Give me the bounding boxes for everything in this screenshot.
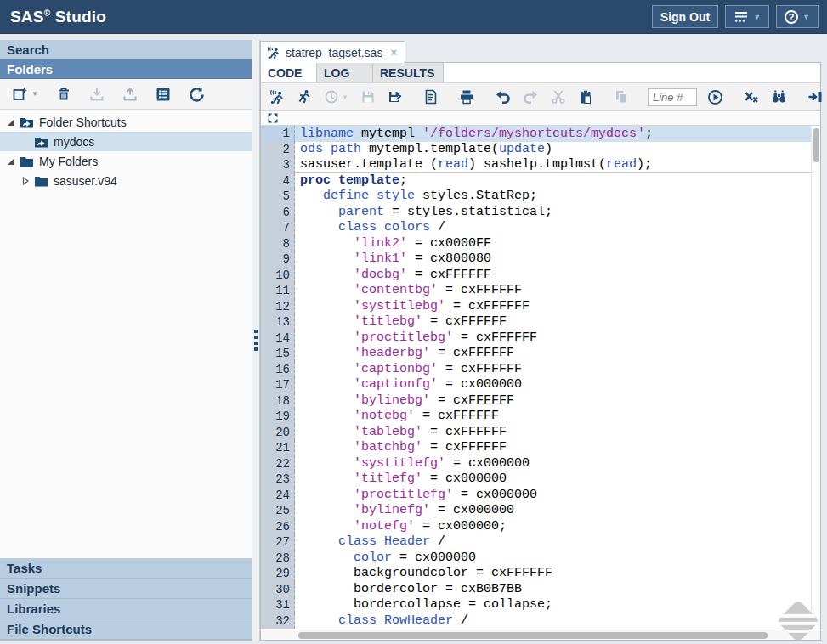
code-line[interactable]: 3sasuser.template (read) sashelp.tmplmst… <box>261 157 820 173</box>
code-line[interactable]: 13 'titlebg' = cxFFFFFF <box>261 314 820 330</box>
cut-button[interactable] <box>549 88 568 106</box>
sidebar-splitter[interactable] <box>252 40 260 641</box>
tab-results[interactable]: RESULTS <box>373 63 444 82</box>
tree-item-label: sasuser.v94 <box>54 174 117 188</box>
code-line[interactable]: 17 'captionfg' = cx000000 <box>261 377 820 393</box>
help-menu-button[interactable]: ?▼ <box>776 5 819 28</box>
upload-button[interactable] <box>121 85 139 104</box>
code-line[interactable]: 20 'tablebg' = cxFFFFFF <box>261 425 820 441</box>
code-line[interactable]: 31 bordercollapse = collapse; <box>261 597 820 613</box>
tree-item-my-folders[interactable]: My Folders <box>0 151 252 171</box>
vertical-scrollbar[interactable] <box>811 126 820 630</box>
redo-button[interactable] <box>521 88 541 106</box>
submission-history-button[interactable]: ▼ <box>322 88 350 106</box>
code-text: 'titlefg' = cx000000 <box>295 472 820 488</box>
tasks-section-header[interactable]: Tasks <box>0 558 252 579</box>
download-button[interactable] <box>88 85 106 104</box>
tree-item-mydocs[interactable]: mydocs <box>0 132 252 151</box>
application-menu-button[interactable]: ▼ <box>725 5 769 28</box>
new-item-button[interactable]: ▼ <box>11 85 40 104</box>
folder-icon <box>20 155 34 167</box>
code-line[interactable]: 14 'proctitlebg' = cxFFFFFF <box>261 330 820 347</box>
code-text: 'bylinebg' = cxFFFFFF <box>295 393 820 410</box>
code-line[interactable]: 5 define style styles.StatRep; <box>261 189 820 205</box>
expand-editor-button[interactable] <box>267 112 279 124</box>
save-button[interactable] <box>359 88 377 106</box>
search-section-header[interactable]: Search <box>0 40 252 59</box>
code-line[interactable]: 32 class RowHeader / <box>261 613 820 630</box>
code-text: ods path mytempl.template(update) <box>295 142 820 158</box>
line-number: 29 <box>261 566 295 582</box>
libraries-section-header[interactable]: Libraries <box>0 599 252 619</box>
code-line[interactable]: 21 'batchbg' = cxFFFFFF <box>261 440 820 456</box>
clear-code-button[interactable] <box>742 88 761 106</box>
code-line[interactable]: 4proc template; <box>261 173 820 189</box>
line-number: 27 <box>261 534 295 551</box>
code-line[interactable]: 25 'bylinefg' = cx000000 <box>261 503 820 519</box>
refresh-button[interactable] <box>187 85 206 104</box>
code-line[interactable]: 1libname mytempl '/folders/myshortcuts/m… <box>261 126 820 142</box>
code-line[interactable]: 2ods path mytempl.template(update) <box>261 142 820 158</box>
copy-icon <box>614 89 629 105</box>
tab-code[interactable]: CODE <box>261 63 317 82</box>
code-line[interactable]: 15 'headerbg' = cxFFFFFF <box>261 346 820 362</box>
code-text: 'captionfg' = cx000000 <box>295 377 820 393</box>
expand-twisty-icon[interactable] <box>20 176 31 186</box>
horizontal-scrollbar[interactable] <box>261 630 820 640</box>
delete-button[interactable] <box>54 85 73 104</box>
print-button[interactable] <box>457 88 476 106</box>
code-line[interactable]: 29 backgroundcolor = cxFFFFFF <box>261 566 820 582</box>
document-tab[interactable]: statrep_tagset.sas × <box>260 41 405 63</box>
tree-item-folder-shortcuts[interactable]: Folder Shortcuts <box>0 112 252 132</box>
code-text: 'bylinefg' = cx000000 <box>295 503 820 519</box>
code-line[interactable]: 10 'docbg' = cxFFFFFF <box>261 268 820 284</box>
document-tabstrip: statrep_tagset.sas × <box>260 40 821 62</box>
goto-line-button[interactable] <box>705 88 725 107</box>
insert-button[interactable] <box>806 88 824 106</box>
code-line[interactable]: 11 'contentbg' = cxFFFFFF <box>261 283 820 299</box>
code-line[interactable]: 26 'notefg' = cx000000; <box>261 519 820 535</box>
code-line[interactable]: 27 class Header / <box>261 534 820 551</box>
code-line[interactable]: 12 'systitlebg' = cxFFFFFF <box>261 299 820 315</box>
editor-header-row <box>261 111 820 126</box>
code-line[interactable]: 30 bordercolor = cxB0B7BB <box>261 582 820 598</box>
undo-button[interactable] <box>493 88 513 106</box>
line-number: 32 <box>261 613 295 630</box>
file-shortcuts-section-header[interactable]: File Shortcuts <box>0 619 252 640</box>
code-line[interactable]: 9 'link1' = cx800080 <box>261 251 820 268</box>
code-line[interactable]: 22 'systitlefg' = cx000000 <box>261 456 820 472</box>
code-line[interactable]: 8 'link2' = cx0000FF <box>261 236 820 252</box>
properties-button[interactable] <box>154 85 173 104</box>
code-text: 'notefg' = cx000000; <box>295 519 820 535</box>
collapse-twisty-icon[interactable] <box>6 117 16 127</box>
line-number: 19 <box>261 409 295 425</box>
code-line[interactable]: 18 'bylinebg' = cxFFFFFF <box>261 393 820 410</box>
sas-program-icon <box>267 46 280 59</box>
copy-button[interactable] <box>612 88 631 106</box>
code-line[interactable]: 23 'titlefg' = cx000000 <box>261 472 820 488</box>
close-tab-icon[interactable]: × <box>390 46 397 59</box>
collapse-twisty-icon[interactable] <box>6 156 16 167</box>
folders-section-header[interactable]: Folders <box>0 59 252 79</box>
code-line[interactable]: 6 parent = styles.statistical; <box>261 205 820 221</box>
redo-icon <box>523 89 539 105</box>
code-editor[interactable]: 1libname mytempl '/folders/myshortcuts/m… <box>261 126 820 630</box>
find-replace-button[interactable] <box>769 88 789 106</box>
tree-item-sasuser-v94[interactable]: sasuser.v94 <box>0 171 252 190</box>
run-button[interactable] <box>295 88 314 106</box>
code-line[interactable]: 28 color = cx000000 <box>261 551 820 567</box>
open-program-button[interactable] <box>268 88 286 106</box>
tab-log[interactable]: LOG <box>317 63 373 82</box>
save-as-button[interactable] <box>386 88 405 106</box>
code-line[interactable]: 16 'captionbg' = cxFFFFFF <box>261 362 820 378</box>
code-line[interactable]: 7 class colors / <box>261 220 820 236</box>
horizontal-scrollbar-thumb[interactable] <box>298 632 768 639</box>
program-summary-button[interactable] <box>422 88 440 106</box>
code-line[interactable]: 24 'proctitlefg' = cx000000 <box>261 488 820 504</box>
sign-out-button[interactable]: Sign Out <box>652 5 718 28</box>
paste-button[interactable] <box>576 88 595 106</box>
line-number-input[interactable] <box>648 88 697 106</box>
snippets-section-header[interactable]: Snippets <box>0 579 252 599</box>
vertical-scrollbar-thumb[interactable] <box>813 128 819 162</box>
code-line[interactable]: 19 'notebg' = cxFFFFFF <box>261 409 820 425</box>
